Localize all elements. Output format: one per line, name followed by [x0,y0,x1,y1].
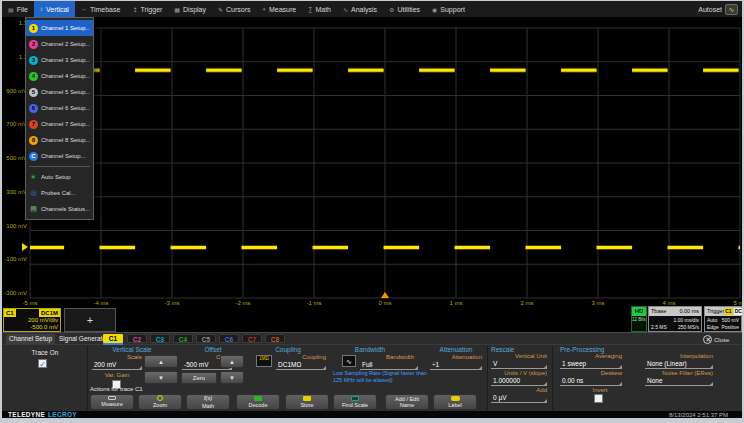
menu-item-channels-status[interactable]: ▤Channels Status... [26,201,93,217]
channel-chip-c1[interactable]: C1 [103,334,123,343]
channel-chip-c7[interactable]: C7 [242,334,262,343]
menubar: ▤File ↕Vertical ↔Timebase ↥Trigger ▦Disp… [2,1,742,17]
coupling-header: Coupling [258,346,318,354]
add-trace-label: + [87,314,93,326]
add-field[interactable]: 0 µV [491,393,547,403]
channel-chip-c1-selected-underline [103,343,123,345]
menu-timebase[interactable]: ↔Timebase [75,1,126,17]
menu-item-label: Probes Cal... [41,190,76,196]
label-button[interactable]: Label [433,394,477,410]
attenuation-header: Attenuation [428,346,484,354]
menu-file[interactable]: ▤File [2,1,34,17]
menu-item-channel-5-setup[interactable]: 5Channel 5 Setup... [26,84,93,100]
add-edit-name-button[interactable]: Add / Edit Name [385,394,429,410]
menu-utilities[interactable]: ⚙Utilities [383,1,426,17]
channel-chip-c3[interactable]: C3 [150,334,170,343]
offset-up-button[interactable] [220,355,244,368]
menu-measure[interactable]: ⌖Measure [257,1,303,17]
c1-descriptor-coupling: DC1M [39,309,60,317]
menu-analysis[interactable]: ∿Analysis [337,1,383,17]
waveform-plot [0,0,744,312]
menu-item-channel-2-setup[interactable]: 2Channel 2 Setup... [26,36,93,52]
menu-item-auto-setup[interactable]: ∗Auto Setup [26,169,93,185]
menu-item-label: Channel 3 Setup... [41,57,90,63]
zoom-button[interactable]: Zoom [138,394,182,410]
menu-label: Measure [269,6,296,13]
menu-item-channel-7-setup[interactable]: 7Channel 7 Setup... [26,116,93,132]
menu-cursors[interactable]: ✎Cursors [212,1,257,17]
menu-support[interactable]: ◉Support [426,1,471,17]
coupling-field[interactable]: DC1MΩ [276,360,326,370]
scale-up-button[interactable] [144,355,178,368]
hd-label: HD [632,307,646,316]
menu-label: Timebase [90,6,120,13]
channel-5-badge: 5 [29,88,38,97]
menu-item-channel-1-setup[interactable]: 1Channel 1 Setup... [26,20,93,36]
timebase-position: 0.00 ms [679,307,699,316]
channel-chip-c5[interactable]: C5 [196,334,216,343]
menu-item-channel-8-setup[interactable]: 8Channel 8 Setup... [26,132,93,148]
menu-item-probes-cal[interactable]: ◎Probes Cal... [26,185,93,201]
trigger-descriptor-box[interactable]: TriggerC1DC Auto500 mV EdgePositive [704,306,742,332]
invert-checkbox[interactable] [594,394,603,403]
actions-for-trace-label: Actions for trace C1 [90,385,143,393]
autoset-button[interactable]: Autoset∿ [698,1,742,17]
trigger-position-marker[interactable] [381,292,389,298]
channel-8-badge: 8 [29,136,38,145]
vertical-unit-field[interactable]: V [491,359,547,369]
menu-separator [29,166,90,167]
channel-1-level-marker[interactable] [22,243,28,251]
channel-chip-c2[interactable]: C2 [127,334,147,343]
find-scale-button[interactable]: Find Scale [333,394,377,410]
menu-item-channel-6-setup[interactable]: 6Channel 6 Setup... [26,100,93,116]
attenuation-field[interactable]: ÷1 [430,360,482,370]
channel-chip-c4[interactable]: C4 [173,334,193,343]
menu-item-channel-3-setup[interactable]: 3Channel 3 Setup... [26,52,93,68]
decode-button[interactable]: Decode [236,394,280,410]
tab-channel-setup[interactable]: Channel Setup [6,334,55,344]
timebase-icon: ↔ [81,6,87,12]
timebase-descriptor-box[interactable]: Tbase0.00 ms 1.00 ms/div 2.5 MS250 MS/s [648,306,702,332]
scale-down-button[interactable] [144,371,178,384]
menu-vertical[interactable]: ↕Vertical [34,1,75,17]
coupling-icon-label: 1MΩ [259,356,269,361]
menu-item-channel-4-setup[interactable]: 4Channel 4 Setup... [26,68,93,84]
store-button[interactable]: Store [285,394,329,410]
store-icon [303,396,311,401]
c1-descriptor-name: C1 [4,309,16,317]
scale-field[interactable]: 200 mV [92,360,142,370]
add-trace-button[interactable]: + [64,308,116,332]
noise-filter-field[interactable]: None [645,376,713,386]
channel-setup-badge: C [29,152,38,161]
offset-down-button[interactable] [220,371,244,384]
bandwidth-field[interactable]: Full [360,360,418,370]
trigger-kind: Edge [707,324,719,331]
vertical-scale-header: Vertical Scale [90,346,174,354]
display-icon: ▦ [174,6,180,13]
menu-trigger[interactable]: ↥Trigger [126,1,168,17]
low-sampling-rate-warning: Low Sampling Rate (Signal faster than 12… [333,370,427,383]
interpolation-field[interactable]: None (Linear) [645,359,713,369]
menu-label: File [17,6,28,13]
measure-button[interactable]: Measure [90,394,134,410]
action-label: Math [202,403,214,409]
c1-descriptor-box[interactable]: C1DC1M 200 mV/div -500.0 mV [3,308,61,332]
units-per-v-field[interactable]: 1.000000 [491,376,547,386]
channel-4-badge: 4 [29,72,38,81]
close-panel-button[interactable]: Close [703,335,729,344]
channel-chip-c6[interactable]: C6 [219,334,239,343]
status-bar: TELEDYNE LECROY 8/13/2024 2:51:37 PM [2,411,742,418]
math-button[interactable]: f(x)Math [186,394,230,410]
action-label: Zoom [153,402,167,408]
zero-button[interactable]: Zero [181,372,217,384]
trace-on-checkbox[interactable] [38,359,47,368]
menu-math[interactable]: ∑Math [302,1,337,17]
deskew-field[interactable]: 0.00 ns [560,376,622,386]
timebase-label: Tbase [651,307,666,316]
averaging-field[interactable]: 1 sweep [560,359,622,369]
brand-teledyne: TELEDYNE [8,411,45,418]
menu-display[interactable]: ▦Display [168,1,212,17]
menu-item-channel-setup[interactable]: CChannel Setup... [26,148,93,164]
channel-chip-c8[interactable]: C8 [265,334,285,343]
hd-mode-badge[interactable]: HD 12 Bits [631,306,647,332]
